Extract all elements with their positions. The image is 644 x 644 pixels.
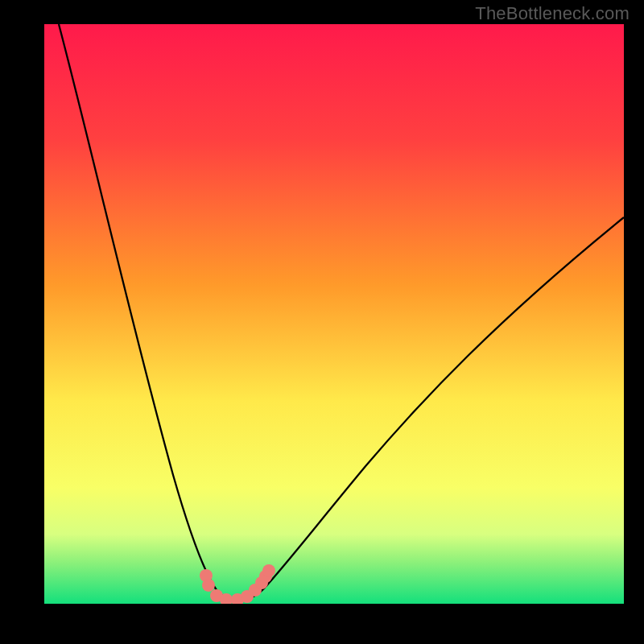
- plot-area: [44, 24, 624, 604]
- marker-dots: [200, 564, 275, 604]
- bottleneck-curve: [44, 24, 624, 604]
- svg-point-2: [202, 579, 215, 592]
- watermark-text: TheBottleneck.com: [475, 3, 630, 24]
- chart-frame: TheBottleneck.com: [0, 0, 644, 644]
- svg-point-10: [262, 564, 275, 577]
